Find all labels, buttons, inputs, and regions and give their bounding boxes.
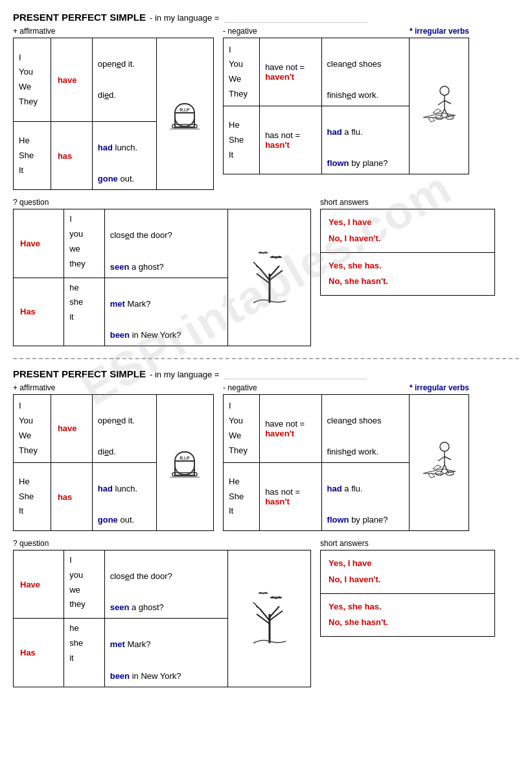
pronouns-cell: IYouWeThey (14, 394, 51, 462)
q-pronouns-cell: hesheit (64, 278, 104, 346)
aux-long-cell: has not =hasn't (260, 106, 321, 174)
title-text: PRESENT PERFECT SIMPLE (13, 12, 146, 23)
svg-line-17 (270, 266, 279, 277)
pronouns-cell: HeSheIt (14, 462, 51, 530)
sa-top: Yes, I have No, I haven't. (321, 209, 494, 252)
svg-point-20 (275, 256, 277, 259)
negative-block-bottom: - negative * irregular verbs IYouWeThey … (223, 383, 469, 531)
tombstone-icon-bottom: R.I.P (156, 394, 213, 530)
svg-point-27 (440, 442, 449, 451)
person-icon-bottom (410, 394, 469, 530)
pronouns-cell: IYouWeThey (224, 394, 260, 462)
title-text-2: PRESENT PERFECT SIMPLE (13, 368, 146, 379)
q-aux-cell: Has (14, 278, 64, 346)
top-tables-row: + affirmative IYouWeThey have opened it.… (13, 27, 519, 190)
tombstone-icon-top: R.I.P (156, 38, 213, 190)
irregular-label: * irregular verbs (410, 27, 469, 36)
svg-line-39 (270, 606, 279, 617)
affirmative-table-top: IYouWeThey have opened it. died. R.I.P (13, 38, 214, 190)
question-row-top: ? question Have Iyouwethey closed the do… (13, 198, 519, 346)
examples-cell: had lunch. gone out. (92, 122, 156, 190)
short-answers-box-bottom: Yes, I have No, I haven't. Yes, she has.… (320, 550, 495, 637)
examples-cell: opened it. died. (92, 394, 156, 462)
svg-point-42 (275, 597, 277, 599)
short-answers-label-2: short answers (320, 539, 495, 548)
subtitle-text: - in my language = (150, 13, 367, 23)
affirmative-label: + affirmative (13, 27, 214, 36)
negative-label: - negative (223, 27, 257, 36)
q-pronouns-cell: Iyouwethey (64, 209, 104, 278)
q-examples-cell: closed the door? seen a ghost? (104, 551, 228, 619)
pronouns-cell: IYouWeThey (224, 38, 260, 106)
aux-cell: has (51, 462, 92, 530)
section-bottom: PRESENT PERFECT SIMPLE - in my language … (13, 368, 519, 687)
svg-point-21 (262, 252, 264, 254)
neg-examples-cell: had a flu. flown by plane? (321, 106, 410, 174)
svg-point-5 (440, 86, 449, 95)
q-aux-cell: Have (14, 551, 64, 619)
affirmative-label-2: + affirmative (13, 383, 214, 392)
bottom-tables-row: + affirmative IYouWeThey have opened it.… (13, 383, 519, 531)
q-examples-cell: met Mark? been in New York? (104, 278, 228, 346)
sa-bottom-2: Yes, she has. No, she hasn't. (321, 594, 494, 636)
svg-point-11 (435, 115, 443, 119)
question-label: ? question (13, 198, 311, 207)
pronouns-cell: HeSheIt (14, 122, 51, 190)
table-row: Have Iyouwethey closed the door? seen a … (14, 551, 311, 619)
question-label-2: ? question (13, 539, 311, 548)
question-table-bottom: Have Iyouwethey closed the door? seen a … (13, 550, 311, 687)
tree-icon-bottom (228, 551, 311, 687)
aux-cell: has (51, 122, 92, 190)
svg-point-43 (262, 593, 264, 595)
neg-examples-cell: cleaned shoes finished work. (321, 394, 410, 462)
table-row: Have Iyouwethey closed the door? seen a … (14, 209, 311, 278)
table-row: IYouWeThey have not =haven't cleaned sho… (224, 394, 469, 462)
examples-cell: had lunch. gone out. (92, 462, 156, 530)
question-row-bottom: ? question Have Iyouwethey closed the do… (13, 539, 519, 687)
pronouns-cell: HeSheIt (224, 106, 260, 174)
affirmative-block-bottom: + affirmative IYouWeThey have opened it.… (13, 383, 214, 531)
negative-table-top: IYouWeThey have not =haven't cleaned sho… (223, 38, 469, 174)
section-title-top: PRESENT PERFECT SIMPLE - in my language … (13, 12, 519, 23)
q-examples-cell: closed the door? seen a ghost? (104, 209, 228, 278)
table-row: IYouWeThey have not =haven't cleaned sho… (224, 38, 469, 106)
svg-text:R.I.P: R.I.P (179, 108, 190, 112)
affirmative-table-bottom: IYouWeThey have opened it. died. R.I.P (13, 394, 214, 531)
neg-examples-cell: had a flu. flown by plane? (321, 462, 410, 530)
svg-point-33 (435, 471, 443, 475)
svg-line-7 (438, 101, 445, 105)
table-row: IYouWeThey have opened it. died. R.I.P (14, 394, 214, 462)
negative-table-bottom: IYouWeThey have not =haven't cleaned sho… (223, 394, 469, 531)
subtitle-text-2: - in my language = (150, 370, 367, 379)
affirmative-block-top: + affirmative IYouWeThey have opened it.… (13, 27, 214, 190)
svg-line-8 (445, 101, 451, 104)
short-answers-label: short answers (320, 198, 495, 207)
short-answers-box-top: Yes, I have No, I haven't. Yes, she has.… (320, 209, 495, 296)
dashed-separator (13, 358, 519, 359)
section-title-bottom: PRESENT PERFECT SIMPLE - in my language … (13, 368, 519, 379)
aux-long-cell: have not =haven't (260, 394, 321, 462)
tree-icon-top (228, 209, 311, 346)
dotted-line-2 (224, 379, 367, 379)
short-answers-block-top: short answers Yes, I have No, I haven't.… (320, 198, 495, 346)
svg-line-29 (438, 456, 445, 461)
svg-line-37 (260, 609, 270, 621)
neg-examples-cell: cleaned shoes finished work. (321, 38, 410, 106)
section-top: PRESENT PERFECT SIMPLE - in my language … (13, 12, 519, 346)
irregular-label-2: * irregular verbs (410, 383, 469, 392)
examples-cell: opened it. died. (92, 38, 156, 122)
q-pronouns-cell: Iyouwethey (64, 551, 104, 619)
aux-cell: have (51, 394, 92, 462)
svg-line-30 (445, 456, 451, 460)
sa-bottom: Yes, she has. No, she hasn't. (321, 253, 494, 295)
q-aux-cell: Have (14, 209, 64, 278)
question-block-top: ? question Have Iyouwethey closed the do… (13, 198, 311, 346)
question-block-bottom: ? question Have Iyouwethey closed the do… (13, 539, 311, 687)
aux-long-cell: has not =hasn't (260, 462, 321, 530)
short-answers-block-bottom: short answers Yes, I have No, I haven't.… (320, 539, 495, 687)
pronouns-cell: HeSheIt (224, 462, 260, 530)
negative-label-2: - negative (223, 383, 257, 392)
svg-text:R.I.P: R.I.P (179, 456, 190, 460)
table-row: IYouWeThey have opened it. died. R.I.P (14, 38, 214, 122)
negative-block-top: - negative * irregular verbs IYouWeThey … (223, 27, 469, 190)
